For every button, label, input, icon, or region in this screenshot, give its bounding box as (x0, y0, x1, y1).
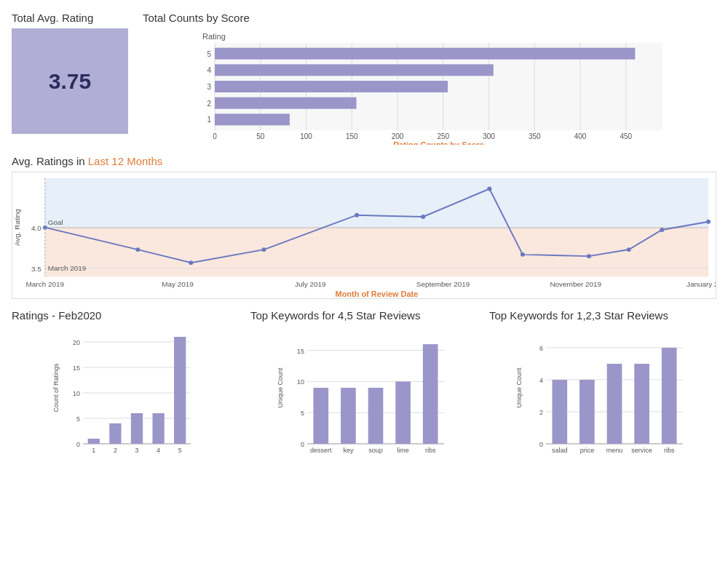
svg-text:15: 15 (297, 348, 304, 355)
keywords45-svg: 051015Unique Countdessertkeysouplimeribs (250, 326, 478, 471)
svg-rect-98 (368, 388, 384, 444)
bottom-row: Ratings - Feb2020 05101520Count of Ratin… (12, 309, 716, 474)
svg-text:menu: menu (606, 447, 623, 454)
hbar-y-axis-label: Rating (202, 32, 226, 41)
svg-text:4: 4 (539, 377, 543, 384)
svg-rect-102 (423, 344, 438, 444)
svg-text:5: 5 (76, 415, 80, 423)
svg-text:1: 1 (92, 447, 95, 454)
avg-rating-value: 3.75 (49, 69, 91, 94)
svg-text:0: 0 (76, 441, 80, 448)
svg-text:Unique Count: Unique Count (277, 367, 284, 408)
svg-text:100: 100 (300, 132, 312, 140)
svg-text:service: service (631, 447, 652, 454)
ratings-bar-title: Ratings - Feb2020 (12, 309, 239, 322)
svg-text:January 2020: January 2020 (687, 280, 716, 288)
svg-text:50: 50 (256, 132, 265, 140)
svg-text:2: 2 (539, 409, 543, 416)
avg-rating-section: Total Avg. Rating 3.75 (12, 12, 128, 134)
svg-text:15: 15 (73, 364, 80, 372)
line-chart-title: Avg. Ratings in Last 12 Months (12, 155, 716, 167)
total-counts-chart: Rating 05010015020025030035040045054321R… (143, 28, 716, 145)
svg-text:200: 200 (392, 132, 404, 140)
avg-rating-box: 3.75 (12, 28, 128, 134)
svg-text:10: 10 (297, 378, 304, 386)
svg-point-49 (135, 247, 140, 252)
svg-rect-29 (215, 113, 290, 125)
svg-rect-76 (109, 423, 121, 444)
svg-text:20: 20 (73, 339, 80, 346)
svg-rect-27 (215, 97, 357, 109)
svg-rect-32 (45, 178, 708, 228)
svg-point-53 (421, 215, 425, 219)
svg-rect-94 (313, 388, 328, 444)
svg-text:Unique Count: Unique Count (515, 367, 523, 408)
svg-text:150: 150 (346, 132, 358, 140)
svg-text:3: 3 (207, 83, 211, 91)
svg-text:2: 2 (207, 100, 211, 108)
svg-text:ribs: ribs (425, 447, 436, 454)
svg-text:450: 450 (620, 132, 632, 140)
svg-text:dessert: dessert (310, 447, 332, 454)
svg-text:Count of Ratings: Count of Ratings (52, 363, 60, 412)
keywords123-svg: 0246Unique Countsaladpricemenuservicerib… (489, 326, 716, 471)
svg-text:6: 6 (539, 345, 543, 352)
svg-rect-23 (215, 64, 494, 76)
svg-text:300: 300 (483, 132, 495, 140)
svg-text:May 2019: May 2019 (162, 280, 194, 288)
svg-text:0: 0 (213, 132, 217, 140)
svg-rect-80 (152, 413, 164, 444)
svg-text:2: 2 (114, 447, 117, 454)
line-chart-section: Avg. Ratings in Last 12 Months Goal3.54.… (12, 155, 716, 299)
svg-text:250: 250 (437, 132, 449, 140)
svg-text:key: key (343, 447, 354, 454)
svg-text:5: 5 (178, 447, 182, 454)
svg-point-52 (355, 213, 359, 218)
svg-text:10: 10 (73, 390, 80, 397)
svg-rect-116 (579, 380, 595, 444)
svg-text:September 2019: September 2019 (416, 280, 470, 288)
keywords45-section: Top Keywords for 4,5 Star Reviews 051015… (250, 309, 478, 474)
svg-point-59 (706, 220, 711, 224)
svg-rect-120 (634, 364, 649, 444)
ratings-bar-svg: 05101520Count of Ratings12345 (12, 326, 239, 471)
svg-point-56 (587, 254, 591, 258)
svg-text:0: 0 (301, 441, 304, 448)
svg-text:price: price (580, 447, 595, 454)
svg-rect-118 (607, 364, 622, 444)
total-counts-title: Total Counts by Score (143, 12, 716, 24)
svg-text:4: 4 (207, 66, 211, 74)
svg-text:3: 3 (135, 447, 138, 454)
svg-point-54 (487, 187, 491, 191)
svg-point-57 (627, 247, 631, 252)
keywords45-title: Top Keywords for 4,5 Star Reviews (250, 309, 478, 322)
svg-text:Goal: Goal (48, 218, 63, 226)
svg-point-55 (521, 252, 525, 257)
svg-text:Avg. Rating: Avg. Rating (13, 209, 21, 246)
top-row: Total Avg. Rating 3.75 Total Counts by S… (12, 12, 716, 145)
svg-rect-96 (341, 388, 356, 444)
svg-text:400: 400 (574, 132, 587, 140)
ratings-bar-section: Ratings - Feb2020 05101520Count of Ratin… (12, 309, 239, 474)
svg-rect-122 (662, 348, 677, 444)
svg-text:0: 0 (539, 441, 543, 448)
svg-text:350: 350 (529, 132, 541, 140)
svg-rect-100 (395, 381, 411, 444)
svg-text:5: 5 (301, 410, 304, 417)
svg-text:salad: salad (552, 447, 568, 454)
svg-rect-25 (215, 81, 448, 92)
svg-text:1: 1 (207, 116, 211, 124)
svg-text:March 2019: March 2019 (26, 280, 65, 288)
svg-rect-114 (552, 380, 567, 444)
svg-rect-74 (88, 439, 100, 444)
svg-text:July 2019: July 2019 (295, 280, 326, 288)
svg-point-58 (660, 228, 664, 232)
svg-rect-82 (174, 337, 186, 444)
svg-text:5: 5 (207, 50, 211, 58)
line-chart-svg: Goal3.54.0Avg. RatingMarch 2019May 2019J… (12, 172, 716, 298)
line-chart-container: Goal3.54.0Avg. RatingMarch 2019May 2019J… (12, 172, 716, 299)
hbar-chart-svg: Rating 05010015020025030035040045054321R… (143, 28, 716, 145)
svg-text:soup: soup (368, 447, 383, 454)
svg-rect-21 (215, 48, 635, 60)
total-counts-section: Total Counts by Score Rating 05010015020… (143, 12, 716, 145)
